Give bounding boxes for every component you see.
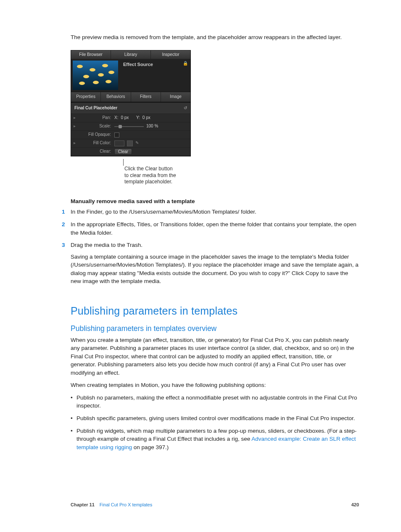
scale-value[interactable]: 100 % <box>146 123 158 130</box>
section-title: Publishing parameters in templates <box>71 303 359 318</box>
page-footer: Chapter 11 Final Cut Pro X templates 420 <box>71 502 359 508</box>
step-number: 3 <box>62 241 65 249</box>
inspector-panel: File Browser Library Inspector Effect So… <box>71 50 191 157</box>
disclosure-icon[interactable]: ▸ <box>74 123 79 130</box>
overview-p2: When creating templates in Motion, you h… <box>71 381 359 389</box>
list-item: Publish specific parameters, giving user… <box>71 414 359 423</box>
footer-page-number: 420 <box>351 502 359 508</box>
intro-paragraph: The preview media is removed from the te… <box>71 33 359 42</box>
tab-file-browser[interactable]: File Browser <box>71 50 111 59</box>
tab-inspector[interactable]: Inspector <box>151 50 190 59</box>
preview-thumbnail <box>73 61 118 90</box>
step-2: 2 In the appropriate Effects, Titles, or… <box>71 220 359 237</box>
tab-filters[interactable]: Filters <box>131 92 161 102</box>
step-number: 1 <box>62 208 65 216</box>
disclosure-icon[interactable]: ▸ <box>74 140 79 146</box>
steps-list: 1 In the Finder, go to the /Users/userna… <box>71 208 359 286</box>
panel-top-tabs: File Browser Library Inspector <box>71 50 190 59</box>
param-fill-opaque: Fill Opaque: <box>71 131 190 139</box>
param-clear: Clear: Clear <box>71 148 190 156</box>
subsection-title: Publishing parameters in templates overv… <box>71 323 359 334</box>
param-scale: ▸ Scale: 100 % <box>71 122 190 131</box>
tab-image[interactable]: Image <box>161 92 190 102</box>
step-1: 1 In the Finder, go to the /Users/userna… <box>71 208 359 216</box>
eyedropper-icon[interactable]: ✎ <box>135 140 139 146</box>
effect-source-row: Effect Source 🔒 <box>71 59 190 92</box>
pan-y-label: Y: <box>136 115 140 121</box>
callout-text: Click the Clear button to clear media fr… <box>124 166 359 185</box>
fill-color-label: Fill Color: <box>79 140 114 146</box>
color-dropdown[interactable] <box>127 140 133 146</box>
section-title-label: Final Cut Placeholder <box>74 105 117 111</box>
pan-x-label: X: <box>114 115 118 121</box>
publishing-options-list: Publish no parameters, making the effect… <box>71 394 359 451</box>
scale-label: Scale: <box>79 123 114 130</box>
pan-y-value[interactable]: 0 px <box>142 115 150 121</box>
list-item: Publish rig widgets, which map multiple … <box>71 427 359 452</box>
clear-label: Clear: <box>79 148 114 155</box>
pan-label: Pan: <box>79 115 114 121</box>
panel-mid-tabs: Properties Behaviors Filters Image <box>71 92 190 102</box>
lock-icon[interactable]: 🔒 <box>180 59 190 69</box>
tab-library[interactable]: Library <box>111 50 151 59</box>
disclosure-icon[interactable]: ▸ <box>74 115 79 121</box>
effect-source-title: Effect Source <box>120 59 180 71</box>
fill-opaque-checkbox[interactable] <box>114 132 119 138</box>
step-3: 3 Drag the media to the Trash. Saving a … <box>71 241 359 286</box>
callout-leader-line <box>123 159 124 166</box>
note-paragraph: Saving a template containing a source im… <box>71 253 359 286</box>
footer-title: Final Cut Pro X templates <box>100 502 152 508</box>
step-number: 2 <box>62 220 65 229</box>
fill-opaque-label: Fill Opaque: <box>79 132 114 138</box>
tab-properties[interactable]: Properties <box>71 92 101 102</box>
pan-x-value[interactable]: 0 px <box>121 115 129 121</box>
color-well[interactable] <box>114 140 124 146</box>
tab-behaviors[interactable]: Behaviors <box>101 92 131 102</box>
param-rows: ▸ Pan: X: 0 px Y: 0 px ▸ Scale: 100 % <box>71 114 190 156</box>
clear-button[interactable]: Clear <box>114 148 132 155</box>
reset-icon[interactable]: ↺ <box>184 105 187 111</box>
scale-slider[interactable] <box>114 126 144 127</box>
overview-p1: When you create a template (an effect, t… <box>71 336 359 377</box>
manual-remove-heading: Manually remove media saved with a templ… <box>71 197 359 206</box>
section-header: Final Cut Placeholder ↺ <box>71 102 190 114</box>
footer-chapter: Chapter 11 <box>71 502 95 508</box>
list-item: Publish no parameters, making the effect… <box>71 394 359 410</box>
param-pan: ▸ Pan: X: 0 px Y: 0 px <box>71 114 190 122</box>
param-fill-color: ▸ Fill Color: ✎ <box>71 139 190 148</box>
